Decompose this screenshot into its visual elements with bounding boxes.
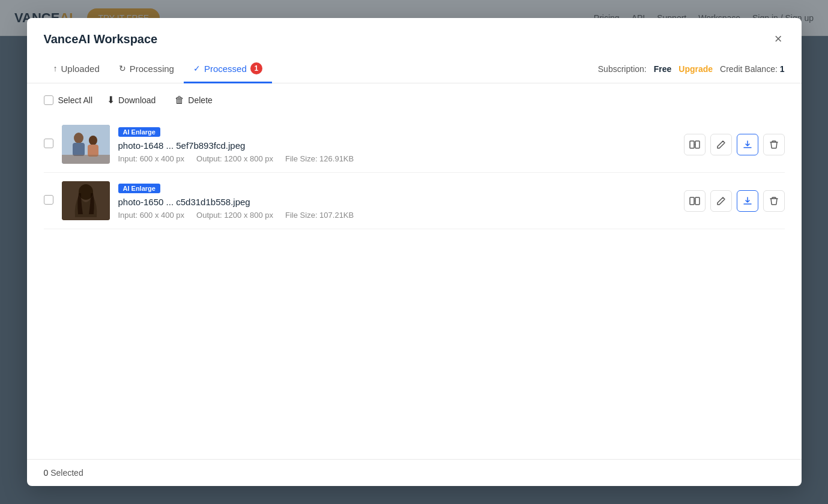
tab-uploaded-label: Uploaded xyxy=(61,64,100,74)
file-1-edit-button[interactable] xyxy=(710,134,732,155)
svg-rect-12 xyxy=(695,197,700,205)
download-label: Download xyxy=(118,95,156,105)
credit-label: Credit Balance: 1 xyxy=(720,64,784,74)
file-2-meta: Input: 600 x 400 px Output: 1200 x 800 p… xyxy=(118,211,675,220)
subscription-plan: Free xyxy=(654,64,672,74)
file-1-delete-button[interactable] xyxy=(763,134,785,155)
modal-title: VanceAI Workspace xyxy=(44,32,158,46)
file-1-name: photo-1648 ... 5ef7b893fcd.jpeg xyxy=(118,140,675,151)
select-all-checkbox[interactable] xyxy=(44,95,53,105)
file-2-checkbox-wrap[interactable] xyxy=(44,195,53,207)
subscription-area: Subscription: Free Upgrade Credit Balanc… xyxy=(598,64,785,74)
download-button[interactable]: ⬇ Download xyxy=(102,92,160,108)
file-2-checkbox[interactable] xyxy=(44,195,53,205)
processed-badge: 1 xyxy=(250,62,262,74)
svg-rect-2 xyxy=(73,143,85,156)
upload-icon: ↑ xyxy=(53,64,58,73)
file-1-compare-button[interactable] xyxy=(684,134,706,155)
edit-icon-2 xyxy=(716,196,726,206)
tab-processing-label: Processing xyxy=(130,64,174,74)
toolbar: Select All ⬇ Download 🗑 Delete xyxy=(27,83,802,116)
tabs-bar: ↑ Uploaded ↻ Processing ✓ Processed 1 Su… xyxy=(27,55,802,83)
delete-button[interactable]: 🗑 Delete xyxy=(170,92,217,108)
file-2-actions xyxy=(684,190,785,212)
file-1-checkbox-wrap[interactable] xyxy=(44,139,53,151)
check-icon: ✓ xyxy=(193,64,201,73)
svg-rect-7 xyxy=(695,141,700,148)
file-2-edit-button[interactable] xyxy=(710,190,732,212)
file-2-delete-button[interactable] xyxy=(763,190,785,212)
file-1-actions xyxy=(684,134,785,155)
download-icon: ⬇ xyxy=(107,94,115,106)
file-1-tag: AI Enlarge xyxy=(118,127,160,137)
file-1-output: Output: 1200 x 800 px xyxy=(196,154,273,163)
select-all-wrap[interactable]: Select All xyxy=(44,95,93,105)
file-2-info: AI Enlarge photo-1650 ... c5d31d1b558.jp… xyxy=(118,182,675,220)
file-1-meta: Input: 600 x 400 px Output: 1200 x 800 p… xyxy=(118,154,675,163)
svg-rect-11 xyxy=(690,197,694,205)
delete-icon xyxy=(769,140,779,149)
selected-count: 0 xyxy=(44,468,49,478)
compare-icon xyxy=(689,140,700,149)
modal-footer: 0 Selected xyxy=(27,459,802,486)
file-1-input: Input: 600 x 400 px xyxy=(118,154,185,163)
file-2-input: Input: 600 x 400 px xyxy=(118,211,185,220)
modal-header: VanceAI Workspace × xyxy=(27,18,802,48)
file-1-info: AI Enlarge photo-1648 ... 5ef7b893fcd.jp… xyxy=(118,126,675,163)
select-all-label: Select All xyxy=(58,95,93,105)
tab-processed-label: Processed xyxy=(204,64,247,74)
file-1-checkbox[interactable] xyxy=(44,139,53,148)
edit-icon xyxy=(716,140,726,149)
tab-processed[interactable]: ✓ Processed 1 xyxy=(184,55,272,83)
subscription-label: Subscription: xyxy=(598,64,647,74)
selected-label: Selected xyxy=(50,468,83,478)
file-item-1: AI Enlarge photo-1648 ... 5ef7b893fcd.jp… xyxy=(44,116,785,173)
file-1-download-button[interactable] xyxy=(737,134,758,155)
file-1-size: File Size: 126.91KB xyxy=(285,154,354,163)
file-2-compare-button[interactable] xyxy=(684,190,706,212)
delete-icon-2 xyxy=(769,196,779,206)
file-2-name: photo-1650 ... c5d31d1b558.jpeg xyxy=(118,197,675,207)
svg-rect-5 xyxy=(62,155,110,164)
file-1-thumbnail xyxy=(62,125,110,164)
file-2-download-button[interactable] xyxy=(737,190,758,212)
compare-icon-2 xyxy=(689,196,700,206)
delete-label: Delete xyxy=(188,95,212,105)
file-2-thumbnail xyxy=(62,181,110,220)
close-button[interactable]: × xyxy=(772,30,785,48)
trash-icon: 🗑 xyxy=(175,95,184,106)
download-icon xyxy=(743,140,752,149)
download-icon-2 xyxy=(743,196,752,206)
file-2-tag: AI Enlarge xyxy=(118,184,160,193)
file-2-output: Output: 1200 x 800 px xyxy=(196,211,273,220)
file-item-2: AI Enlarge photo-1650 ... c5d31d1b558.jp… xyxy=(44,173,785,229)
svg-point-1 xyxy=(74,133,83,143)
svg-rect-6 xyxy=(690,141,694,148)
credit-value: 1 xyxy=(780,64,785,74)
upgrade-link[interactable]: Upgrade xyxy=(678,64,713,74)
workspace-modal: VanceAI Workspace × ↑ Uploaded ↻ Process… xyxy=(27,18,802,486)
svg-point-3 xyxy=(89,136,97,145)
file-list: AI Enlarge photo-1648 ... 5ef7b893fcd.jp… xyxy=(27,116,802,459)
tab-uploaded[interactable]: ↑ Uploaded xyxy=(44,56,109,83)
file-2-size: File Size: 107.21KB xyxy=(285,211,354,220)
tab-processing[interactable]: ↻ Processing xyxy=(109,56,184,83)
processing-icon: ↻ xyxy=(119,64,126,73)
